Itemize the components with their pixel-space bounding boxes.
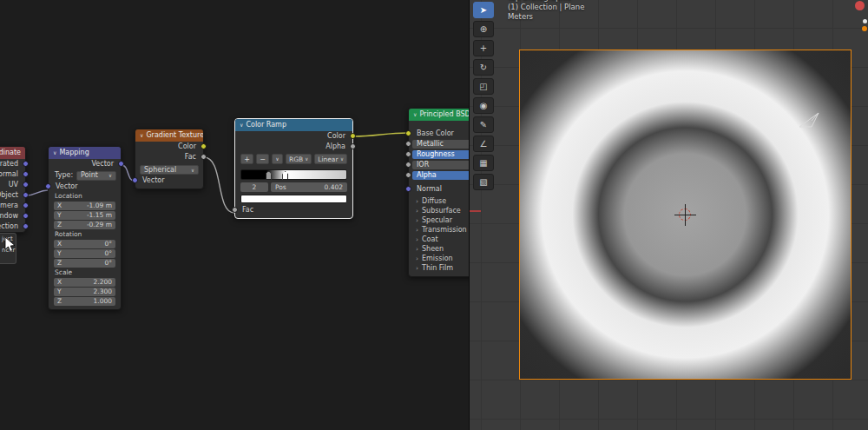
socket-alpha-output[interactable] <box>350 143 356 149</box>
nav-gizmo-origin-dot[interactable] <box>862 26 867 31</box>
measure-tool-button[interactable]: ∠ <box>473 136 494 152</box>
input-ior[interactable]: IOR <box>409 160 469 170</box>
scale-x-field[interactable]: X2.200 <box>54 278 115 287</box>
socket-normal-output[interactable] <box>23 171 29 177</box>
socket-metallic-input[interactable] <box>405 141 411 147</box>
location-y-field[interactable]: Y-1.15 m <box>54 211 115 220</box>
socket-object-output[interactable] <box>23 192 29 198</box>
annotate-tool-button[interactable]: ✎ <box>473 116 494 133</box>
color-mode-dropdown[interactable]: RGB ∨ <box>286 154 312 164</box>
active-stop-color-swatch[interactable] <box>240 195 347 203</box>
rotation-x-field[interactable]: X0° <box>54 240 115 248</box>
panel-subsurface[interactable]: ›Subsurface <box>409 206 469 215</box>
socket-roughness-input[interactable] <box>405 151 411 157</box>
rotate-tool-button[interactable]: ↻ <box>473 59 494 76</box>
scale-y-field[interactable]: Y2.300 <box>54 288 115 296</box>
viewport-toolbar: ➤ ⊕ + ↻ ◰ ◉ ✎ ∠ ▦ ▧ <box>473 2 494 190</box>
socket-base-color-input[interactable] <box>405 130 411 136</box>
tweak-select-tool-button[interactable]: ➤ <box>473 2 494 18</box>
chevron-right-icon: › <box>416 216 418 224</box>
node-header-texture-coordinate[interactable]: ordinate <box>0 147 25 159</box>
collapse-chevron-icon[interactable]: ∨ <box>240 119 243 131</box>
node-header-gradient-texture[interactable]: ∨ Gradient Texture <box>135 129 203 142</box>
panel-specular[interactable]: ›Specular <box>409 215 469 225</box>
collapse-chevron-icon[interactable]: ∨ <box>53 147 56 159</box>
nav-gizmo-dot[interactable] <box>863 19 867 23</box>
socket-color-output[interactable] <box>350 133 356 139</box>
input-vector: Vector <box>135 175 203 186</box>
output-color: Color <box>135 142 203 152</box>
transform-tool-button[interactable]: ◉ <box>473 97 494 114</box>
input-metallic[interactable]: Metallic <box>409 139 469 149</box>
socket-color-output[interactable] <box>201 143 207 149</box>
panel-sheen[interactable]: ›Sheen <box>409 244 469 254</box>
socket-reflection-output[interactable] <box>23 223 29 229</box>
chevron-down-icon: ∨ <box>340 155 344 164</box>
socket-generated-output[interactable] <box>23 161 29 167</box>
node-header-principled-bsdf[interactable]: ∨ Principled BSDF <box>409 109 469 121</box>
interpolation-dropdown[interactable]: Linear ∨ <box>314 154 347 164</box>
socket-uv-output[interactable] <box>23 182 29 188</box>
wire-ramp-to-principled[interactable] <box>353 133 408 136</box>
wire-gradient-to-ramp[interactable] <box>204 157 234 213</box>
panel-diffuse[interactable]: ›Diffuse <box>409 196 469 206</box>
rotation-y-field[interactable]: Y0° <box>54 249 115 258</box>
collapse-chevron-icon[interactable]: ∨ <box>140 129 143 142</box>
empty-object-icon[interactable] <box>798 110 822 129</box>
active-color-stop-marker[interactable] <box>282 171 288 180</box>
rotation-z-field[interactable]: Z0° <box>54 259 115 268</box>
node-principled-bsdf[interactable]: ∨ Principled BSDF Base Color Metallic Ro… <box>408 108 469 277</box>
socket-vector-input[interactable] <box>45 183 51 189</box>
location-x-field[interactable]: X-1.09 m <box>54 202 115 210</box>
node-title: Gradient Texture <box>146 129 203 142</box>
shader-node-editor[interactable]: ordinate enerated Normal UV Object Camer… <box>0 0 469 430</box>
viewport-3d[interactable]: Top Orthographic (1) Collection | Plane … <box>469 0 868 430</box>
node-header-color-ramp[interactable]: ∨ Color Ramp <box>235 119 352 131</box>
cursor-tool-button[interactable]: ⊕ <box>473 21 494 37</box>
collapse-chevron-icon[interactable]: ∨ <box>413 109 417 121</box>
gradient-type-dropdown[interactable]: Spherical ∨ <box>140 165 199 175</box>
input-alpha[interactable]: Alpha <box>409 170 469 181</box>
color-stop-marker[interactable] <box>266 171 272 180</box>
socket-normal-input[interactable] <box>405 186 411 192</box>
panel-emission[interactable]: ›Emission <box>409 254 469 263</box>
input-roughness[interactable]: Roughness <box>409 149 469 160</box>
socket-vector-output[interactable] <box>118 161 124 167</box>
node-mapping[interactable]: ∨ Mapping Vector Type: Point ∨ Vector Lo… <box>48 146 122 310</box>
scale-label: Scale <box>49 268 121 277</box>
socket-vector-input[interactable] <box>132 177 138 183</box>
stop-index-field[interactable]: 2 <box>240 182 268 192</box>
socket-window-output[interactable] <box>23 213 29 219</box>
location-z-field[interactable]: Z-0.29 m <box>54 221 115 229</box>
add-stop-button[interactable]: + <box>240 154 253 164</box>
node-color-ramp[interactable]: ∨ Color Ramp Color Alpha + − ∨ RGB ∨ Lin… <box>234 118 353 219</box>
scale-z-field[interactable]: Z1.000 <box>54 297 115 306</box>
socket-alpha-input[interactable] <box>405 172 411 178</box>
collection-breadcrumb: (1) Collection | Plane <box>508 3 584 12</box>
add-primitive-tool-button[interactable]: ▦ <box>473 155 494 171</box>
chevron-down-icon: ∨ <box>108 171 112 180</box>
socket-ior-input[interactable] <box>405 162 411 168</box>
node-gradient-texture[interactable]: ∨ Gradient Texture Color Fac Spherical ∨… <box>135 129 204 189</box>
node-texture-coordinate[interactable]: ordinate enerated Normal UV Object Camer… <box>0 146 26 233</box>
wire-texcoord-to-mapping[interactable] <box>26 190 48 195</box>
mapping-type-dropdown[interactable]: Point ∨ <box>76 171 116 181</box>
socket-fac-output[interactable] <box>201 154 207 160</box>
socket-fac-input[interactable] <box>232 207 238 213</box>
output-normal: Normal <box>0 169 25 180</box>
nav-gizmo-x-axis[interactable] <box>855 1 865 10</box>
panel-coat[interactable]: ›Coat <box>409 235 469 244</box>
stop-position-field[interactable]: Pos 0.402 <box>271 182 347 192</box>
remove-stop-button[interactable]: − <box>256 154 269 164</box>
panel-thin-film[interactable]: ›Thin Film <box>409 263 469 273</box>
node-header-mapping[interactable]: ∨ Mapping <box>49 147 121 159</box>
plane-object[interactable] <box>519 50 852 380</box>
panel-transmission[interactable]: ›Transmission <box>409 225 469 235</box>
ramp-specials-menu-button[interactable]: ∨ <box>272 154 283 164</box>
extra-tool-button[interactable]: ▧ <box>473 174 494 190</box>
scale-tool-button[interactable]: ◰ <box>473 78 494 95</box>
gradient-bar[interactable] <box>240 169 347 180</box>
input-base-color: Base Color <box>409 129 469 139</box>
socket-camera-output[interactable] <box>23 202 29 208</box>
move-tool-button[interactable]: + <box>473 40 494 56</box>
